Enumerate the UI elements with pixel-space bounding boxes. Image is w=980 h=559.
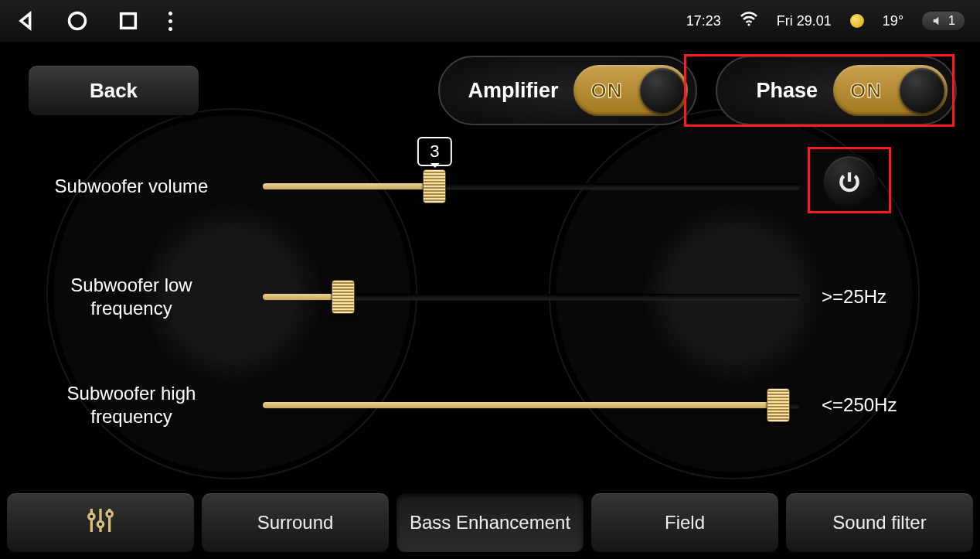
sub-low-value: >=25Hz (800, 286, 954, 308)
sub-high-value: <=250Hz (800, 394, 954, 416)
svg-point-2 (747, 23, 750, 26)
weather-icon (850, 14, 864, 28)
status-date: Fri 29.01 (777, 13, 832, 29)
equalizer-icon (85, 505, 116, 540)
sub-low-slider[interactable] (263, 294, 800, 300)
tab-bass-enhancement[interactable]: Bass Enhancement (396, 493, 584, 553)
sub-low-label: Subwoofer lowfrequency (0, 274, 263, 320)
phase-toggle[interactable]: ON (833, 65, 948, 116)
status-temp: 19° (883, 13, 903, 29)
svg-point-0 (70, 13, 86, 29)
phase-toggle-state: ON (850, 79, 882, 103)
tab-field[interactable]: Field (590, 493, 779, 553)
slider-fill (263, 402, 778, 408)
amplifier-label: Amplifier (468, 79, 558, 103)
svg-point-4 (89, 513, 94, 519)
home-nav-icon[interactable] (66, 10, 88, 32)
sub-volume-label: Subwoofer volume (0, 175, 263, 198)
back-nav-icon[interactable] (15, 10, 37, 32)
volume-badge[interactable]: 1 (922, 12, 965, 30)
volume-badge-value: 1 (948, 14, 955, 28)
status-bar: 17:23 Fri 29.01 19° 1 (0, 0, 980, 42)
slider-thumb[interactable] (423, 169, 446, 203)
sub-volume-slider[interactable]: 3 (263, 183, 800, 189)
svg-rect-1 (121, 14, 136, 29)
toggle-knob (900, 68, 944, 113)
sub-high-slider[interactable] (263, 402, 800, 408)
slider-thumb[interactable] (767, 388, 790, 422)
status-time: 17:23 (686, 13, 721, 29)
tab-bar: Surround Bass Enhancement Field Sound fi… (6, 493, 974, 553)
slider-fill (263, 183, 434, 189)
tab-equalizer[interactable] (6, 493, 195, 553)
overflow-menu-icon[interactable] (168, 12, 172, 31)
back-button[interactable]: Back (28, 65, 199, 116)
amplifier-toggle-state: ON (590, 79, 622, 103)
tab-surround[interactable]: Surround (201, 493, 390, 553)
tab-sound-filter[interactable]: Sound filter (785, 493, 974, 553)
sub-high-label: Subwoofer highfrequency (0, 382, 263, 428)
wifi-icon (740, 10, 758, 32)
recents-nav-icon[interactable] (117, 10, 139, 32)
sub-volume-tooltip: 3 (417, 137, 451, 166)
phase-toggle-group: Phase ON (716, 56, 957, 125)
toggle-knob (640, 68, 685, 113)
svg-point-8 (107, 511, 112, 516)
slider-thumb[interactable] (332, 280, 355, 314)
amplifier-toggle-group: Amplifier ON (438, 56, 697, 125)
svg-point-6 (97, 521, 103, 527)
back-button-label: Back (90, 79, 138, 103)
amplifier-toggle[interactable]: ON (573, 65, 688, 116)
phase-label: Phase (756, 79, 818, 103)
